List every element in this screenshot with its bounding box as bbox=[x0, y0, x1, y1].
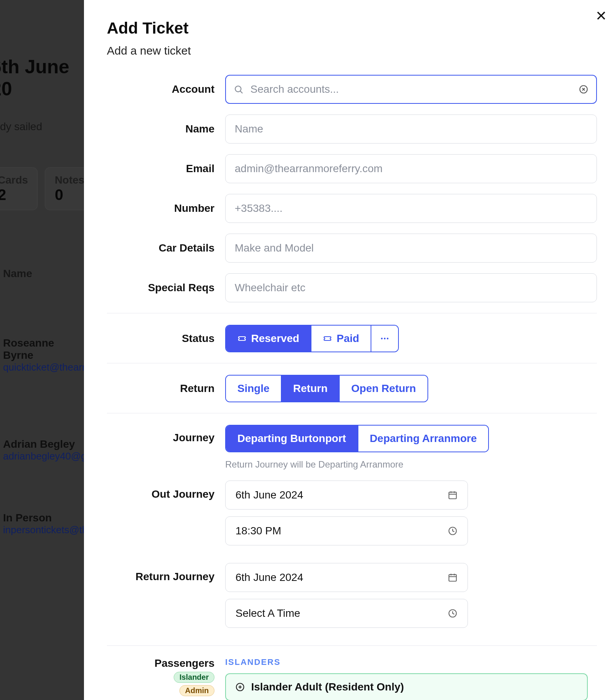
section-divider bbox=[107, 413, 597, 413]
email-input[interactable] bbox=[225, 154, 597, 183]
label-out-journey: Out Journey bbox=[107, 481, 225, 500]
more-horizontal-icon bbox=[380, 334, 390, 344]
islander-badge: Islander bbox=[174, 672, 214, 683]
status-reserved-label: Reserved bbox=[251, 332, 299, 345]
car-details-input[interactable] bbox=[225, 234, 597, 263]
bg-card-notes: Notes 0 bbox=[45, 167, 84, 210]
label-number: Number bbox=[107, 202, 225, 215]
svg-rect-8 bbox=[449, 492, 456, 498]
status-paid-button[interactable]: Paid bbox=[311, 326, 371, 352]
account-search-input[interactable] bbox=[225, 75, 597, 104]
svg-point-6 bbox=[384, 338, 385, 339]
journey-burtonport-label: Departing Burtonport bbox=[237, 432, 346, 445]
status-segmented: Reserved Paid bbox=[225, 325, 399, 352]
bg-row: In Person inpersontickets@th bbox=[3, 512, 84, 536]
label-passengers: Passengers bbox=[107, 657, 214, 669]
label-return-journey: Return Journey bbox=[107, 563, 225, 583]
islanders-header: ISLANDERS bbox=[225, 657, 597, 667]
bg-sailed: dy sailed bbox=[0, 121, 84, 133]
return-open-label: Open Return bbox=[351, 382, 416, 395]
journey-arranmore-button[interactable]: Departing Arranmore bbox=[358, 426, 489, 452]
return-journey-time-picker[interactable]: Select A Time bbox=[225, 599, 468, 628]
return-journey-date-picker[interactable]: 6th June 2024 bbox=[225, 563, 468, 592]
ticket-icon bbox=[237, 334, 247, 343]
label-journey: Journey bbox=[107, 425, 225, 444]
return-journey-date-value: 6th June 2024 bbox=[235, 571, 303, 584]
clock-icon bbox=[448, 526, 458, 536]
background-overlay: 6th June 20 dy sailed Cards 2 Notes 0 Na… bbox=[0, 0, 84, 700]
modal-subtitle: Add a new ticket bbox=[107, 44, 597, 57]
passenger-add-item[interactable]: Islander Adult (Resident Only) bbox=[225, 673, 588, 700]
out-journey-date-picker[interactable]: 6th June 2024 bbox=[225, 481, 468, 510]
status-paid-label: Paid bbox=[337, 332, 359, 345]
label-account: Account bbox=[107, 83, 225, 95]
svg-rect-13 bbox=[449, 574, 456, 581]
bg-row: Adrian Begley adrianbegley40@g bbox=[3, 438, 84, 462]
svg-point-5 bbox=[381, 338, 382, 339]
ticket-icon bbox=[323, 334, 332, 343]
return-segmented: Single Return Open Return bbox=[225, 375, 428, 402]
label-return: Return bbox=[107, 382, 225, 395]
out-journey-time-value: 18:30 PM bbox=[235, 525, 281, 537]
bg-row: Roseanne Byrne quickticket@thearr bbox=[3, 337, 84, 373]
name-input[interactable] bbox=[225, 115, 597, 144]
clear-icon[interactable] bbox=[579, 84, 589, 94]
journey-segmented: Departing Burtonport Departing Arranmore bbox=[225, 425, 489, 452]
svg-point-7 bbox=[387, 338, 389, 339]
bg-name-header: Name bbox=[3, 268, 84, 280]
return-single-button[interactable]: Single bbox=[226, 376, 282, 402]
status-more-button[interactable] bbox=[371, 326, 398, 352]
out-journey-time-picker[interactable]: 18:30 PM bbox=[225, 516, 468, 545]
return-journey-time-value: Select A Time bbox=[235, 607, 300, 619]
calendar-icon bbox=[448, 573, 458, 582]
passenger-item-label: Islander Adult (Resident Only) bbox=[251, 681, 404, 693]
special-reqs-input[interactable] bbox=[225, 273, 597, 302]
label-status: Status bbox=[107, 332, 225, 345]
bg-card-cards: Cards 2 bbox=[0, 167, 38, 210]
calendar-icon bbox=[448, 490, 458, 500]
out-journey-date-value: 6th June 2024 bbox=[235, 489, 303, 501]
modal-title: Add Ticket bbox=[107, 19, 597, 37]
journey-arranmore-label: Departing Arranmore bbox=[370, 432, 477, 445]
bg-date: 6th June 20 bbox=[0, 56, 75, 100]
journey-burtonport-button[interactable]: Departing Burtonport bbox=[226, 426, 358, 452]
plus-circle-icon bbox=[235, 682, 245, 692]
status-reserved-button[interactable]: Reserved bbox=[226, 326, 311, 352]
journey-hint: Return Journey will be Departing Arranmo… bbox=[225, 459, 597, 470]
close-button[interactable]: ✕ bbox=[595, 9, 607, 23]
search-icon bbox=[234, 84, 243, 94]
number-input[interactable] bbox=[225, 194, 597, 223]
label-car-details: Car Details bbox=[107, 242, 225, 254]
admin-badge: Admin bbox=[179, 685, 214, 696]
return-return-label: Return bbox=[293, 382, 327, 395]
return-open-button[interactable]: Open Return bbox=[340, 376, 427, 402]
label-special-reqs: Special Reqs bbox=[107, 282, 225, 294]
section-divider bbox=[107, 645, 597, 646]
return-single-label: Single bbox=[237, 382, 269, 395]
label-name: Name bbox=[107, 123, 225, 135]
return-return-button[interactable]: Return bbox=[282, 376, 340, 402]
clock-icon bbox=[448, 608, 458, 618]
add-ticket-modal: ✕ Add Ticket Add a new ticket Account Na… bbox=[84, 0, 616, 700]
label-email: Email bbox=[107, 163, 225, 175]
svg-line-1 bbox=[240, 91, 242, 93]
section-divider bbox=[107, 313, 597, 313]
section-divider bbox=[107, 363, 597, 363]
